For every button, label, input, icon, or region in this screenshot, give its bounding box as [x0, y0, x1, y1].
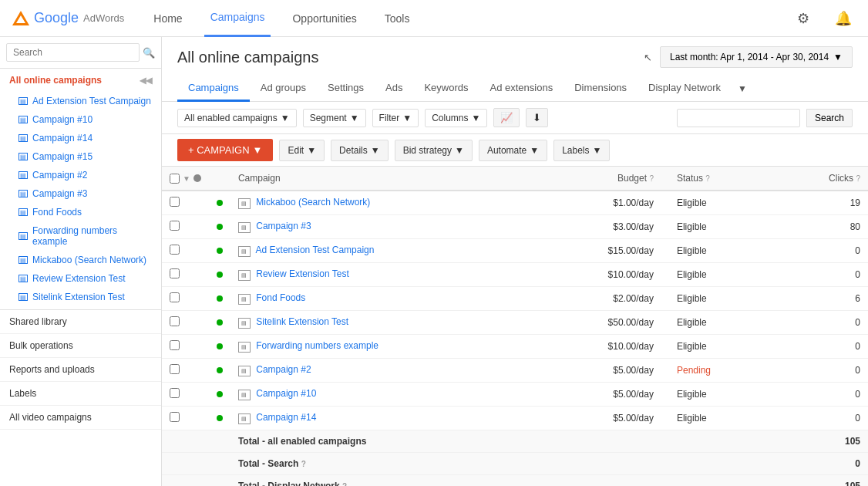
row-checkbox[interactable]	[170, 197, 180, 207]
row-checkbox[interactable]	[170, 316, 180, 326]
tab-ad-extensions[interactable]: Ad extensions	[479, 76, 564, 102]
row-checkbox[interactable]	[170, 388, 180, 398]
row-checkbox-cell	[162, 191, 209, 215]
sidebar-campaign-item[interactable]: ▤Campaign #14	[0, 129, 161, 147]
row-checkbox[interactable]	[170, 340, 180, 350]
row-status-cell: Eligible	[661, 263, 775, 287]
sidebar-campaign-item[interactable]: ▤Campaign #10	[0, 110, 161, 129]
campaign-name-link[interactable]: Campaign #14	[256, 412, 316, 423]
automate-dropdown[interactable]: Automate ▼	[479, 140, 547, 161]
search-input[interactable]	[6, 43, 140, 62]
add-campaign-label: + CAMPAIGN	[188, 144, 250, 156]
status-badge: Eligible	[677, 245, 707, 256]
campaign-name-link[interactable]: Campaign #10	[256, 388, 316, 399]
tab-display-network[interactable]: Display Network	[638, 76, 732, 102]
nav-campaigns[interactable]: Campaigns	[204, 0, 271, 37]
download-icon-button[interactable]: ⬇	[526, 108, 548, 127]
header-checkbox-col: ▼	[162, 167, 209, 191]
status-dot	[217, 224, 223, 230]
campaign-icon: ▤	[19, 190, 28, 197]
sidebar-item-reports-uploads[interactable]: Reports and uploads	[0, 358, 161, 382]
row-checkbox[interactable]	[170, 245, 180, 255]
row-status-cell: Eligible	[661, 215, 775, 239]
sidebar-campaign-item[interactable]: ▤Campaign #15	[0, 147, 161, 166]
sidebar-campaign-item[interactable]: ▤Fond Foods	[0, 203, 161, 221]
tab-settings[interactable]: Settings	[317, 76, 375, 102]
add-campaign-button[interactable]: + CAMPAIGN ▼	[177, 139, 273, 161]
sidebar-campaign-item[interactable]: ▤Mickaboo (Search Network)	[0, 251, 161, 269]
tab-more-icon[interactable]: ▼	[732, 77, 753, 100]
edit-dropdown[interactable]: Edit ▼	[279, 140, 325, 161]
sidebar-item-bulk-operations[interactable]: Bulk operations	[0, 334, 161, 358]
filter-dropdown[interactable]: Filter ▼	[372, 109, 419, 127]
campaign-type-icon: ▤	[238, 390, 251, 400]
campaign-icon: ▤	[19, 256, 28, 264]
row-checkbox-cell	[162, 287, 209, 311]
nav-home[interactable]: Home	[147, 0, 188, 37]
settings-icon[interactable]: ⚙	[791, 6, 816, 31]
campaign-name-link[interactable]: Sitelink Extension Test	[256, 316, 348, 327]
nav-tools[interactable]: Tools	[378, 0, 416, 37]
row-budget-cell: $1.00/day	[540, 191, 661, 215]
bid-strategy-label: Bid strategy	[403, 145, 452, 156]
row-checkbox[interactable]	[170, 268, 180, 278]
campaign-name-link[interactable]: Campaign #3	[256, 221, 311, 231]
status-badge: Pending	[677, 365, 711, 376]
segment-dropdown[interactable]: Segment ▼	[303, 109, 366, 127]
tab-campaigns[interactable]: Campaigns	[177, 76, 250, 102]
details-dropdown[interactable]: Details ▼	[331, 140, 389, 161]
campaign-type-icon: ▤	[238, 270, 251, 281]
tab-ad-groups[interactable]: Ad groups	[250, 76, 317, 102]
campaign-icon: ▤	[19, 208, 28, 216]
sidebar-campaign-item[interactable]: ▤Ad Extension Test Campaign	[0, 92, 161, 110]
notifications-icon[interactable]: 🔔	[831, 6, 856, 31]
row-checkbox[interactable]	[170, 221, 180, 231]
action-bar: + CAMPAIGN ▼ Edit ▼ Details ▼ Bid strate…	[162, 134, 868, 167]
sidebar-campaign-item[interactable]: ▤Campaign #2	[0, 166, 161, 184]
content-area: All online campaigns ↖ Last month: Apr 1…	[162, 37, 868, 486]
labels-dropdown[interactable]: Labels ▼	[553, 140, 610, 161]
chart-icon-button[interactable]: 📈	[493, 108, 520, 127]
sidebar-campaign-item[interactable]: ▤Sitelink Extension Test	[0, 288, 161, 306]
sidebar-campaign-item[interactable]: ▤Review Extension Test	[0, 269, 161, 288]
row-budget-cell: $2.00/day	[540, 287, 661, 311]
sidebar-campaign-item[interactable]: ▤Campaign #3	[0, 184, 161, 203]
table-row: ▤ Campaign #14 $5.00/day Eligible 0	[162, 407, 868, 430]
sidebar-section-header[interactable]: All online campaigns ◀◀	[0, 69, 161, 92]
columns-dropdown[interactable]: Columns ▼	[425, 109, 487, 127]
columns-label: Columns	[432, 113, 468, 123]
row-budget-cell: $10.00/day	[540, 263, 661, 287]
sidebar-item-shared-library[interactable]: Shared library	[0, 310, 161, 334]
row-checkbox[interactable]	[170, 364, 180, 374]
all-enabled-campaigns-dropdown[interactable]: All enabled campaigns ▼	[177, 109, 297, 127]
row-checkbox[interactable]	[170, 292, 180, 302]
campaign-name-link[interactable]: Review Extension Test	[256, 268, 349, 279]
tab-ads[interactable]: Ads	[375, 76, 413, 102]
tab-dimensions[interactable]: Dimensions	[564, 76, 638, 102]
sidebar-campaign-label: Forwarding numbers example	[32, 225, 152, 247]
campaign-name-link[interactable]: Forwarding numbers example	[256, 340, 378, 351]
table-row: ▤ Fond Foods $2.00/day Eligible 6	[162, 287, 868, 311]
date-range-button[interactable]: Last month: Apr 1, 2014 - Apr 30, 2014 ▼	[660, 46, 853, 68]
campaign-name-link[interactable]: Fond Foods	[256, 292, 305, 303]
tab-keywords[interactable]: Keywords	[413, 76, 479, 102]
campaign-name-link[interactable]: Mickaboo (Search Network)	[256, 197, 370, 208]
row-budget-cell: $15.00/day	[540, 239, 661, 263]
logo-google: Google	[34, 10, 79, 26]
row-status-dot-cell	[209, 263, 230, 287]
nav-opportunities[interactable]: Opportunities	[286, 0, 362, 37]
campaign-name-link[interactable]: Ad Extension Test Campaign	[256, 245, 375, 255]
segment-label: Segment	[310, 113, 347, 123]
campaign-name-link[interactable]: Campaign #2	[256, 364, 311, 375]
sidebar-item-labels[interactable]: Labels	[0, 382, 161, 406]
table-search-input[interactable]	[677, 109, 800, 127]
row-clicks-cell: 0	[775, 383, 868, 407]
bid-strategy-dropdown[interactable]: Bid strategy ▼	[395, 140, 473, 161]
sidebar-campaign-item[interactable]: ▤Forwarding numbers example	[0, 221, 161, 251]
row-checkbox[interactable]	[170, 412, 180, 422]
select-all-checkbox[interactable]	[170, 174, 180, 184]
table-search-button[interactable]: Search	[806, 109, 853, 127]
row-campaign-cell: ▤ Mickaboo (Search Network)	[230, 191, 540, 215]
columns-chevron-icon: ▼	[471, 113, 480, 123]
sidebar-item-all-video[interactable]: All video campaigns	[0, 406, 161, 430]
